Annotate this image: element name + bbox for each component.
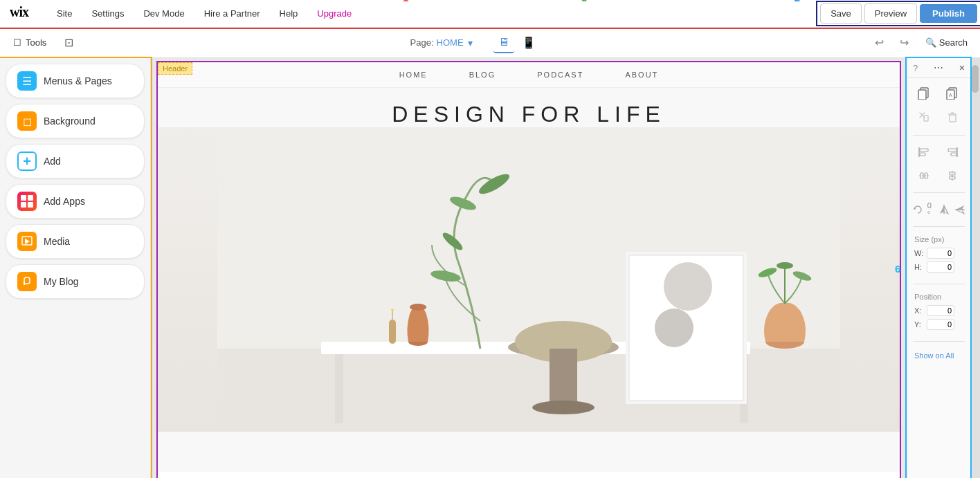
tools-button[interactable]: ☐ Tools [7, 34, 53, 51]
redo-icon: ↪ [900, 36, 909, 49]
svg-rect-46 [948, 149, 956, 151]
menu-help[interactable]: Help [270, 0, 308, 28]
add-icon: + [17, 151, 37, 171]
align-left-icon[interactable] [911, 141, 936, 163]
svg-point-20 [655, 309, 693, 347]
flip-h-icon[interactable] [938, 199, 951, 221]
sidebar-item-menus-pages[interactable]: ☰ Menus & Pages [6, 64, 145, 98]
separator-3 [913, 226, 965, 227]
my-blog-icon [17, 272, 37, 291]
search-button[interactable]: 🔍 Search [920, 35, 973, 50]
menus-pages-label: Menus & Pages [44, 75, 112, 86]
duplicate-icon[interactable] [911, 82, 936, 104]
menu-devmode[interactable]: Dev Mode [134, 0, 194, 28]
width-input[interactable] [927, 248, 954, 259]
undo-button[interactable]: ↩ [870, 33, 889, 53]
menu-site[interactable]: Site [47, 0, 82, 28]
svg-point-33 [777, 262, 793, 269]
svg-rect-44 [920, 153, 925, 156]
preview-button[interactable]: Preview [864, 3, 917, 24]
nav-about[interactable]: ABOUT [625, 71, 658, 79]
flip-v-icon[interactable] [953, 199, 966, 221]
desktop-device-button[interactable]: 🖥 [493, 33, 514, 53]
main-area: ☰ Menus & Pages ◻ Background + Add Add A… [0, 58, 980, 478]
grid-icon[interactable]: ⋯ [934, 62, 943, 73]
mobile-device-button[interactable]: 📱 [518, 33, 539, 53]
publish-button[interactable]: Publish [920, 4, 977, 23]
page-selector: Page: HOME ▾ [410, 37, 474, 48]
y-field-row: Y: [914, 319, 963, 330]
svg-rect-15 [550, 349, 577, 404]
save-button[interactable]: Save [820, 3, 862, 24]
nav-podcast[interactable]: PODCAST [537, 71, 583, 79]
separator-2 [913, 192, 965, 193]
x-key: X: [914, 306, 924, 315]
x-field-row: X: [914, 305, 963, 316]
delete-icon[interactable] [940, 106, 965, 128]
device-buttons: 🖥 📱 [493, 33, 539, 53]
tools-square-icon: ☐ [13, 37, 21, 48]
align-right-icon[interactable] [940, 141, 965, 163]
search-label: Search [939, 37, 968, 48]
redo-button[interactable]: ↪ [895, 33, 914, 53]
height-input[interactable] [927, 261, 954, 273]
menu-partner[interactable]: Hire a Partner [194, 0, 270, 28]
page-name: HOME [437, 37, 464, 48]
svg-marker-57 [944, 205, 948, 214]
search-icon: 🔍 [925, 37, 936, 48]
wix-logo: wix [0, 4, 47, 24]
second-toolbar: ☐ Tools ⊡ Page: HOME ▾ 🖥 📱 ↩ ↪ 🔍 Search [0, 28, 980, 58]
sidebar-item-my-blog[interactable]: My Blog [6, 264, 145, 299]
sidebar-item-add[interactable]: + Add [6, 144, 145, 178]
top-menu-bar: wix Site Settings Dev Mode Hire a Partne… [0, 0, 980, 28]
svg-rect-43 [920, 149, 928, 151]
undo-icon: ↩ [875, 36, 884, 49]
distribute-h-icon[interactable] [911, 165, 936, 187]
canvas-area: Header HOME BLOG PODCAST ABOUT DESIGN FO… [151, 58, 907, 478]
size-label: Size (px) [914, 235, 963, 243]
align-icons [907, 138, 970, 190]
separator-1 [913, 135, 965, 136]
size-section: Size (px) W: H: [907, 230, 970, 281]
x-input[interactable] [927, 305, 954, 316]
y-input[interactable] [927, 319, 954, 330]
position-label: Position [914, 293, 963, 301]
rotate-icon[interactable] [911, 199, 925, 221]
show-on-all-link[interactable]: Show on All [914, 351, 954, 360]
rotate-value: 0 ° [927, 201, 932, 218]
sidebar-item-add-apps[interactable]: Add Apps [6, 184, 145, 219]
svg-point-16 [532, 401, 595, 414]
menu-settings[interactable]: Settings [82, 0, 134, 28]
sidebar-item-background[interactable]: ◻ Background [6, 104, 145, 138]
site-preview: Header HOME BLOG PODCAST ABOUT DESIGN FO… [158, 62, 900, 478]
svg-rect-27 [389, 320, 396, 344]
scrollbar[interactable] [970, 58, 980, 478]
label-num2: 2 [795, 0, 800, 3]
close-icon[interactable]: × [959, 62, 965, 73]
menu-upgrade[interactable]: Upgrade [307, 0, 361, 28]
page-dropdown-button[interactable]: ▾ [466, 37, 474, 48]
nav-blog[interactable]: BLOG [469, 71, 496, 79]
collapse-button[interactable]: ⊡ [58, 33, 79, 53]
svg-marker-60 [956, 210, 964, 214]
panel-action-icons: A [907, 78, 970, 132]
header-label: Header [158, 62, 192, 75]
nav-home[interactable]: HOME [399, 71, 428, 79]
label-num1: 1 [403, 0, 408, 3]
svg-rect-40 [950, 115, 956, 122]
svg-point-26 [410, 304, 426, 311]
collapse-icon: ⊡ [64, 36, 73, 49]
cut-icon[interactable] [911, 106, 936, 128]
y-key: Y: [914, 320, 924, 329]
distribute-v-icon[interactable] [940, 165, 965, 187]
background-icon: ◻ [17, 111, 37, 131]
svg-rect-35 [918, 90, 926, 100]
page-label: Page: [410, 37, 434, 48]
separator-5 [913, 341, 965, 342]
copy-style-icon[interactable]: A [940, 82, 965, 104]
svg-marker-59 [956, 205, 964, 210]
add-apps-label: Add Apps [44, 196, 85, 207]
sidebar-item-media[interactable]: Media [6, 224, 145, 259]
separator-4 [913, 284, 965, 284]
help-icon[interactable]: ? [913, 63, 918, 73]
